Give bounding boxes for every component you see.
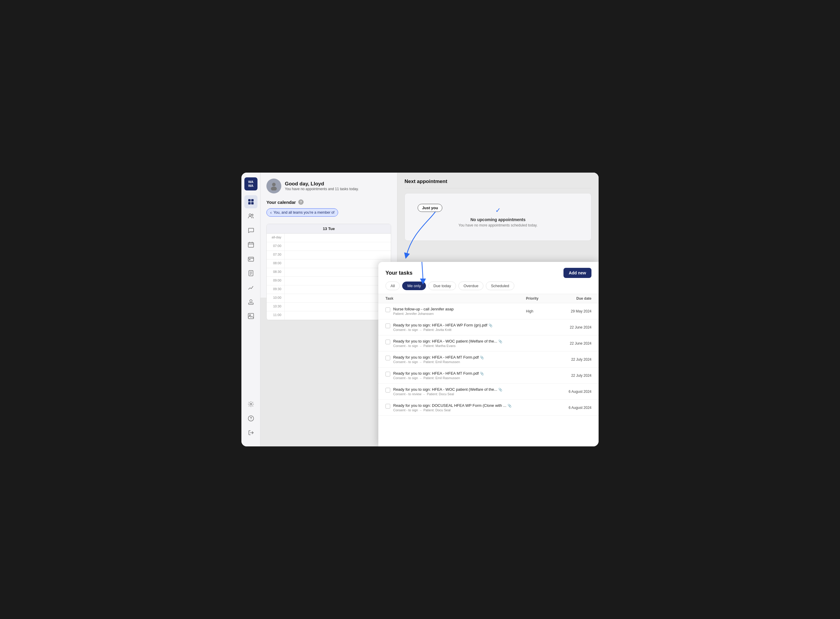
svg-rect-0 xyxy=(248,199,251,202)
add-new-button[interactable]: Add new xyxy=(563,268,591,278)
task-checkbox[interactable] xyxy=(385,388,390,393)
col-duedate-header: Due date xyxy=(556,296,591,301)
task-sub: Consent - to sign – Patient: Docu Seal xyxy=(393,408,512,412)
task-name: Ready for you to sign: HFEA - WOC patien… xyxy=(393,339,502,344)
task-date: 22 June 2024 xyxy=(556,341,591,345)
time-slot-0830: 08:30 xyxy=(267,268,391,277)
task-text-col: Ready for you to sign: HFEA - HFEA MT Fo… xyxy=(393,355,484,364)
table-row: Ready for you to sign: HFEA - HFEA MT Fo… xyxy=(378,351,599,368)
sidebar-item-profile[interactable] xyxy=(244,295,258,308)
svg-rect-11 xyxy=(249,303,253,304)
task-name: Ready for you to sign: DOCUSEAL HFEA WP … xyxy=(393,403,512,408)
calendar-help-icon[interactable]: ? xyxy=(298,199,304,205)
time-slot-0900: 09:00 xyxy=(267,277,391,286)
time-label-0900: 09:00 xyxy=(267,277,284,285)
sidebar-item-gallery[interactable] xyxy=(244,310,258,323)
filter-scheduled[interactable]: Scheduled xyxy=(486,281,514,290)
tasks-overlay: Your tasks Add new All Me only Due today… xyxy=(378,262,599,446)
time-slot-1000: 10:00 xyxy=(267,294,391,303)
calendar-filter-label: You, and all teams you're a member of xyxy=(274,211,335,215)
no-appointment-text: No upcoming appointments xyxy=(470,217,526,222)
table-row: Ready for you to sign: HFEA - WOC patien… xyxy=(378,384,599,400)
task-date: 22 June 2024 xyxy=(556,325,591,329)
sidebar-item-billing[interactable] xyxy=(244,253,258,265)
time-slot-0930: 09:30 xyxy=(267,286,391,294)
sidebar-item-analytics[interactable] xyxy=(244,281,258,294)
task-sub: Consent - to sign – Patient: Martha Evan… xyxy=(393,344,502,348)
left-panel: Good day, Lloyd You have no appointments… xyxy=(261,173,397,298)
calendar-title: Your calendar xyxy=(267,200,296,205)
task-name: Ready for you to sign: HFEA - WOC patien… xyxy=(393,387,502,392)
filter-overdue[interactable]: Overdue xyxy=(458,281,484,290)
svg-rect-3 xyxy=(251,202,254,205)
task-checkbox-col: Ready for you to sign: HFEA - HFEA MT Fo… xyxy=(385,371,526,380)
filter-due-today[interactable]: Due today xyxy=(428,281,456,290)
sidebar-item-calendar[interactable] xyxy=(244,238,258,251)
task-text-col: Ready for you to sign: HFEA - WOC patien… xyxy=(393,339,502,348)
svg-rect-6 xyxy=(248,242,254,247)
task-sub: Consent - to sign – Patient: Jovita Knit… xyxy=(393,328,493,332)
task-checkbox-col: Ready for you to sign: DOCUSEAL HFEA WP … xyxy=(385,403,526,412)
calendar-filter-button[interactable]: ‹ You, and all teams you're a member of xyxy=(267,208,338,217)
table-row: Ready for you to sign: HFEA - HFEA MT Fo… xyxy=(378,368,599,384)
calendar-day-header: 13 Tue xyxy=(267,224,391,233)
task-checkbox[interactable] xyxy=(385,307,390,312)
svg-rect-2 xyxy=(248,202,251,205)
just-you-badge[interactable]: Just you xyxy=(418,204,442,212)
slot-content-allday xyxy=(284,233,391,242)
task-date: 6 August 2024 xyxy=(556,406,591,410)
task-checkbox[interactable] xyxy=(385,356,390,360)
attachment-icon: 📎 xyxy=(480,372,484,375)
greeting-text: Good day, Lloyd xyxy=(285,181,359,187)
no-appointment-subtitle: You have no more appointments scheduled … xyxy=(458,223,538,227)
task-priority: High xyxy=(526,309,556,313)
chevron-left-icon: ‹ xyxy=(270,210,272,215)
time-label-1100: 11:00 xyxy=(267,311,284,320)
sidebar-item-dashboard[interactable] xyxy=(244,195,258,208)
task-text-col: Ready for you to sign: DOCUSEAL HFEA WP … xyxy=(393,403,512,412)
subtitle-text: You have no appointments and 11 tasks to… xyxy=(285,187,359,191)
filter-me-only[interactable]: Me only xyxy=(402,281,426,290)
time-label-0700: 07:00 xyxy=(267,242,284,251)
next-appointment-title: Next appointment xyxy=(404,179,591,184)
task-checkbox-col: Ready for you to sign: HFEA - WOC patien… xyxy=(385,387,526,396)
divider xyxy=(404,188,591,188)
sidebar-item-help[interactable] xyxy=(244,412,258,425)
tasks-filters: All Me only Due today Overdue Scheduled xyxy=(378,281,599,294)
filters-row-container: All Me only Due today Overdue Scheduled xyxy=(378,281,599,294)
user-info: Good day, Lloyd You have no appointments… xyxy=(285,181,359,191)
sidebar-item-users[interactable] xyxy=(244,209,258,223)
task-date: 6 August 2024 xyxy=(556,390,591,394)
task-text-col: Ready for you to sign: HFEA - WOC patien… xyxy=(393,387,502,396)
svg-point-16 xyxy=(251,420,251,420)
task-sub: Consent - to review – Patient: Docu Seal xyxy=(393,392,502,396)
task-name: Ready for you to sign: HFEA - HFEA MT Fo… xyxy=(393,355,484,359)
task-sub: Patient: Jennifer Johanssen xyxy=(393,312,454,315)
table-row: Ready for you to sign: HFEA - WOC patien… xyxy=(378,335,599,351)
task-checkbox[interactable] xyxy=(385,404,390,408)
filter-all[interactable]: All xyxy=(385,281,400,290)
task-checkbox-col: Ready for you to sign: HFEA - HFEA WP Fo… xyxy=(385,323,526,332)
sidebar-nav xyxy=(244,195,258,398)
task-sub: Consent - to sign – Patient: Emil Rasmus… xyxy=(393,360,484,364)
sidebar-item-reports[interactable] xyxy=(244,267,258,280)
table-row: Ready for you to sign: DOCUSEAL HFEA WP … xyxy=(378,400,599,416)
task-name: Nurse follow-up - call Jennifer asap xyxy=(393,307,454,311)
sidebar-item-messages[interactable] xyxy=(244,224,258,237)
col-task-header: Task xyxy=(385,296,526,301)
sidebar-item-settings[interactable] xyxy=(244,398,258,411)
task-text-col: Nurse follow-up - call Jennifer asap Pat… xyxy=(393,307,454,315)
task-checkbox[interactable] xyxy=(385,323,390,328)
task-name: Ready for you to sign: HFEA - HFEA MT Fo… xyxy=(393,371,484,375)
svg-rect-7 xyxy=(248,257,254,261)
svg-rect-1 xyxy=(251,199,254,202)
task-checkbox[interactable] xyxy=(385,339,390,344)
sidebar-item-logout[interactable] xyxy=(244,426,258,439)
attachment-icon: 📎 xyxy=(498,388,502,391)
time-slot-0730: 07:30 xyxy=(267,251,391,260)
calendar-allday-slot: all-day xyxy=(267,233,391,242)
time-label-1030: 10:30 xyxy=(267,303,284,311)
task-checkbox[interactable] xyxy=(385,372,390,377)
table-row: Nurse follow-up - call Jennifer asap Pat… xyxy=(378,303,599,319)
task-date: 29 May 2024 xyxy=(556,309,591,313)
